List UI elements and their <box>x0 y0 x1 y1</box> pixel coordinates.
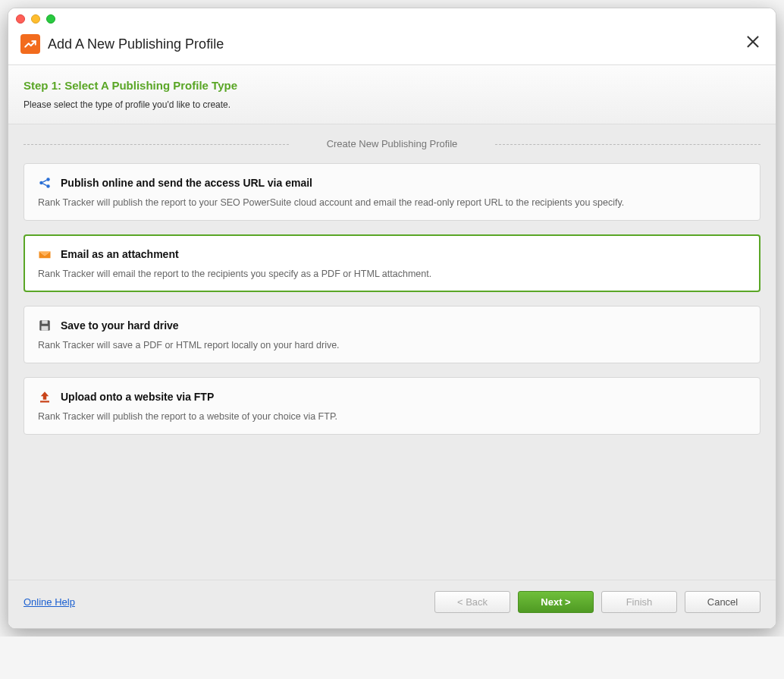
mail-icon <box>38 247 52 261</box>
back-button[interactable]: < Back <box>434 591 510 613</box>
option-title: Upload onto a website via FTP <box>61 391 214 403</box>
step-title: Step 1: Select A Publishing Profile Type <box>24 79 760 92</box>
fieldset-legend: Create New Publishing Profile <box>24 138 760 149</box>
dialog-window: Add A New Publishing Profile Step 1: Sel… <box>8 8 776 629</box>
share-icon <box>38 176 52 190</box>
option-desc: Rank Tracker will save a PDF or HTML rep… <box>38 340 746 351</box>
dialog-title: Add A New Publishing Profile <box>48 36 224 52</box>
dialog-header: Add A New Publishing Profile <box>8 30 776 65</box>
dialog-body: Create New Publishing Profile Publish on… <box>8 124 776 580</box>
option-title: Publish online and send the access URL v… <box>61 177 312 189</box>
window-zoom-button[interactable] <box>46 14 55 24</box>
svg-rect-4 <box>42 320 48 324</box>
step-description: Please select the type of profile you'd … <box>24 99 760 110</box>
option-upload-ftp[interactable]: Upload onto a website via FTP Rank Track… <box>24 377 760 435</box>
option-email-attachment[interactable]: Email as an attachment Rank Tracker will… <box>24 234 760 292</box>
option-desc: Rank Tracker will publish the report to … <box>38 197 746 208</box>
window-minimize-button[interactable] <box>31 14 40 24</box>
online-help-link[interactable]: Online Help <box>24 596 75 608</box>
upload-icon <box>38 390 52 404</box>
option-publish-online[interactable]: Publish online and send the access URL v… <box>24 163 760 221</box>
finish-button[interactable]: Finish <box>601 591 677 613</box>
save-icon <box>38 319 52 332</box>
svg-rect-6 <box>40 401 49 402</box>
close-icon[interactable] <box>745 34 760 49</box>
cancel-button[interactable]: Cancel <box>685 591 760 613</box>
step-subheader: Step 1: Select A Publishing Profile Type… <box>8 65 776 124</box>
option-save-hard-drive[interactable]: Save to your hard drive Rank Tracker wil… <box>24 306 760 363</box>
dialog-footer: Online Help < Back Next > Finish Cancel <box>8 580 776 628</box>
app-logo-icon <box>20 34 40 54</box>
option-desc: Rank Tracker will email the report to th… <box>38 269 746 279</box>
next-button[interactable]: Next > <box>518 591 594 613</box>
window-close-button[interactable] <box>16 14 25 24</box>
option-desc: Rank Tracker will publish the report to … <box>38 411 746 422</box>
option-title: Email as an attachment <box>61 248 179 260</box>
option-title: Save to your hard drive <box>61 319 179 332</box>
svg-rect-5 <box>42 326 49 331</box>
mac-titlebar <box>8 8 776 30</box>
